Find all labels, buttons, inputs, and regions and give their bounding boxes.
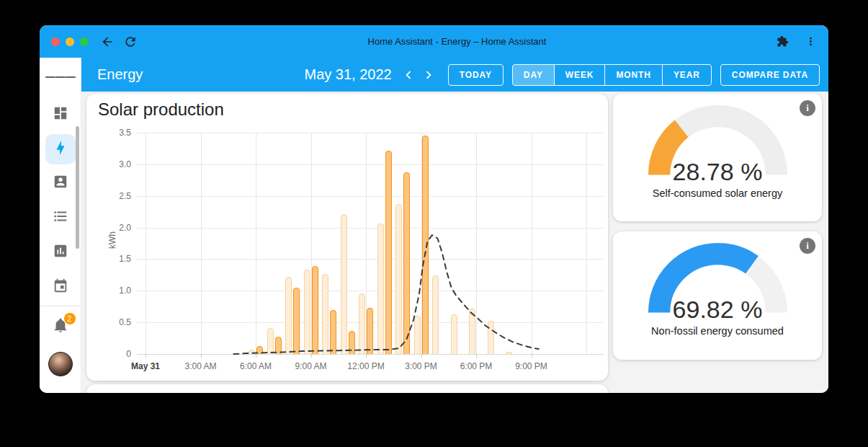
x-axis-tick-label: 12:00 PM [347, 361, 384, 371]
x-axis-tick [146, 354, 146, 358]
solar-production-card: Solar production kWh 00.51.01.52.02.53.0… [86, 94, 608, 381]
gauge-label: Non-fossil energy consumed [651, 325, 784, 337]
y-axis-tick-label: 3.0 [119, 159, 131, 169]
app-header: Energy May 31, 2022 TODAY DAY WEEK MONTH… [81, 58, 828, 92]
person-box-icon [53, 174, 68, 192]
minimize-window-button[interactable] [66, 37, 74, 46]
x-axis-tick-label: 3:00 AM [184, 361, 216, 371]
x-axis-tick-label: 6:00 AM [240, 361, 272, 371]
non-fossil-energy-card: i 69.82 % Non-fossil energy consumed [613, 231, 822, 360]
browser-menu-icon[interactable] [805, 35, 817, 48]
x-axis-tick-label: 9:00 AM [295, 361, 326, 371]
app-window: Home Assistant - Energy – Home Assistant [40, 25, 828, 393]
previous-day-button[interactable] [399, 66, 418, 84]
sidebar-item-calendar[interactable] [45, 272, 76, 302]
sidebar-notifications[interactable]: 2 [45, 311, 76, 342]
info-icon[interactable]: i [800, 238, 815, 254]
gauge-value: 28.78 % [644, 158, 792, 186]
next-card-edge [86, 384, 608, 393]
y-axis-tick-label: 0 [126, 349, 131, 359]
x-axis-tick [421, 354, 422, 358]
gauge-label: Self-consumed solar energy [653, 187, 783, 199]
y-axis-tick-label: 1.0 [119, 286, 131, 296]
y-axis-tick-label: 1.5 [119, 254, 131, 264]
main-content: Solar production kWh 00.51.01.52.02.53.0… [81, 92, 828, 393]
sidebar-divider [40, 306, 81, 306]
solar-forecast-line [137, 133, 604, 354]
y-axis-unit-label: kWh [107, 231, 117, 249]
x-axis-tick-label: 6:00 PM [460, 361, 493, 371]
solar-production-chart: kWh 00.51.01.52.02.53.03.5May 313:00 AM6… [137, 133, 604, 354]
sidebar-menu-icon[interactable] [45, 62, 76, 92]
x-axis-tick [366, 354, 367, 358]
sidebar-item-overview[interactable] [45, 99, 76, 130]
period-month-button[interactable]: MONTH [605, 65, 663, 85]
horizontal-gridline [137, 354, 604, 355]
extensions-puzzle-icon[interactable] [777, 35, 789, 48]
y-axis-tick-label: 2.5 [119, 191, 131, 201]
sidebar-item-energy[interactable] [45, 134, 76, 164]
y-axis-tick-label: 3.5 [119, 128, 131, 138]
traffic-lights [51, 37, 89, 46]
x-axis-tick [201, 354, 202, 358]
x-axis-tick-label: May 31 [131, 361, 160, 371]
sidebar-scrollbar-thumb[interactable] [76, 126, 79, 249]
sidebar-item-map[interactable] [45, 168, 76, 198]
notification-badge: 2 [64, 313, 76, 324]
x-axis-tick [476, 354, 477, 358]
list-icon [53, 208, 68, 227]
next-day-button[interactable] [419, 66, 438, 84]
sidebar: 2 [40, 58, 81, 393]
refresh-icon[interactable] [123, 35, 138, 49]
chart-title: Solar production [98, 98, 604, 120]
maximize-window-button[interactable] [80, 37, 89, 46]
info-icon[interactable]: i [800, 100, 815, 116]
x-axis-tick-label: 3:00 PM [405, 361, 437, 371]
x-axis-tick [532, 354, 532, 358]
bar-chart-box-icon [53, 243, 68, 262]
period-day-button[interactable]: DAY [513, 65, 555, 85]
lightning-bolt-icon [53, 140, 68, 159]
compare-data-button[interactable]: COMPARE DATA [720, 64, 820, 86]
self-consumed-solar-card: i 28.78 % Self-consumed solar energy [613, 94, 822, 221]
period-week-button[interactable]: WEEK [555, 65, 606, 85]
browser-titlebar: Home Assistant - Energy – Home Assistant [40, 25, 828, 58]
back-icon[interactable] [100, 35, 115, 49]
sidebar-item-logbook[interactable] [45, 203, 76, 233]
solar-gauge: 28.78 % [644, 104, 792, 180]
gauge-value: 69.82 % [644, 296, 792, 324]
period-year-button[interactable]: YEAR [663, 65, 711, 85]
sidebar-item-history[interactable] [45, 237, 76, 267]
non-fossil-gauge: 69.82 % [644, 242, 792, 318]
date-label: May 31, 2022 [304, 66, 391, 83]
y-axis-tick-label: 2.0 [119, 223, 131, 233]
calendar-icon [53, 278, 68, 296]
x-axis-tick [256, 354, 256, 358]
window-title: Home Assistant - Energy – Home Assistant [146, 36, 768, 47]
page-title: Energy [97, 66, 143, 83]
dashboard-icon [53, 105, 68, 124]
x-axis-tick-label: 9:00 PM [515, 361, 547, 371]
close-window-button[interactable] [51, 37, 60, 46]
today-button[interactable]: TODAY [448, 64, 504, 86]
period-selector: DAY WEEK MONTH YEAR [512, 64, 712, 86]
user-avatar[interactable] [48, 352, 73, 376]
y-axis-tick-label: 0.5 [119, 317, 131, 327]
x-axis-tick [311, 354, 312, 358]
